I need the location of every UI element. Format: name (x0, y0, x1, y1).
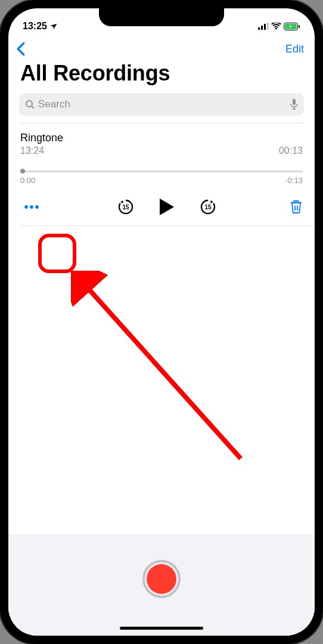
record-bar (8, 534, 315, 636)
remaining-time: -0:13 (285, 176, 303, 185)
svg-rect-6 (299, 25, 300, 28)
page-title: All Recordings (8, 58, 315, 93)
recording-time: 13:24 (20, 145, 44, 156)
playback-controls: ••• 15 15 (8, 187, 315, 225)
svg-text:15: 15 (204, 204, 212, 210)
play-button[interactable] (160, 199, 174, 215)
delete-button[interactable] (290, 200, 303, 214)
svg-line-8 (32, 106, 34, 109)
skip-back-button[interactable]: 15 (117, 198, 135, 216)
svg-point-7 (26, 101, 32, 107)
mic-icon[interactable] (290, 99, 298, 110)
back-button[interactable] (15, 42, 26, 56)
wifi-icon (271, 23, 281, 30)
svg-rect-2 (264, 24, 266, 30)
edit-button[interactable]: Edit (285, 43, 304, 55)
annotation-highlight (38, 234, 76, 273)
svg-rect-1 (261, 26, 263, 30)
battery-charging-icon (284, 23, 300, 30)
search-icon (25, 100, 35, 109)
svg-line-15 (84, 284, 241, 459)
more-options-button[interactable]: ••• (20, 200, 44, 214)
status-time: 13:25 (23, 21, 47, 32)
recording-item[interactable]: Ringtone 13:24 00:13 (8, 123, 315, 162)
location-arrow-icon (49, 22, 58, 30)
skip-forward-button[interactable]: 15 (199, 198, 217, 216)
search-placeholder: Search (38, 98, 287, 110)
home-indicator[interactable] (120, 627, 203, 630)
nav-bar: Edit (8, 37, 315, 58)
recording-title: Ringtone (20, 132, 303, 144)
recording-duration: 00:13 (279, 145, 303, 156)
elapsed-time: 0:00 (20, 176, 35, 185)
scrubber-thumb[interactable] (20, 169, 25, 174)
cellular-signal-icon (258, 23, 269, 30)
record-button[interactable] (142, 560, 181, 598)
svg-rect-0 (258, 27, 260, 30)
search-input[interactable]: Search (19, 93, 304, 116)
svg-rect-3 (267, 23, 269, 30)
svg-text:15: 15 (122, 204, 129, 210)
playback-scrubber[interactable]: 0:00 -0:13 (8, 162, 315, 187)
svg-rect-9 (293, 99, 296, 105)
annotation-arrow-icon (71, 271, 250, 467)
